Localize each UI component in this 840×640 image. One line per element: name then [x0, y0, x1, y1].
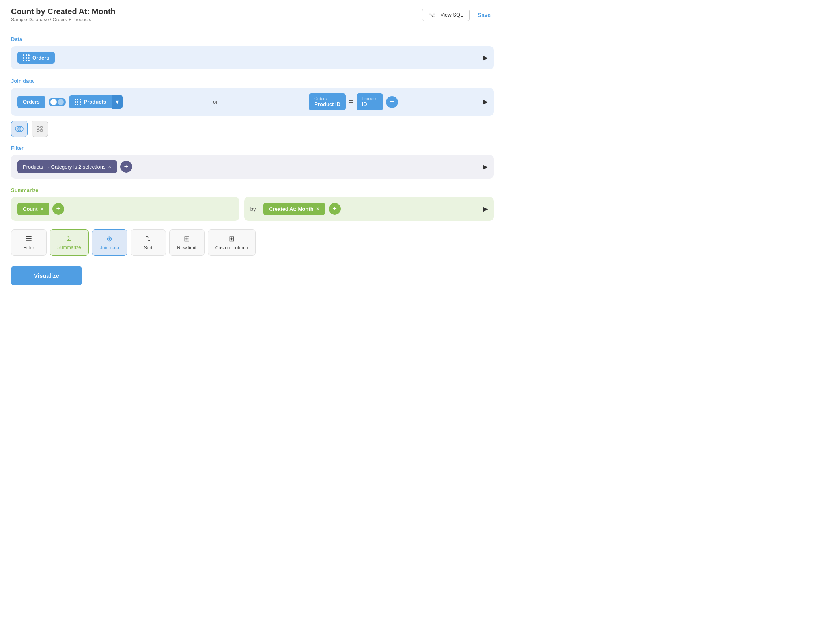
summarize-icon: Σ — [67, 234, 71, 243]
view-sql-button[interactable]: ⌥_ View SQL — [422, 9, 470, 21]
terminal-icon: ⌥_ — [429, 12, 438, 18]
summarize-right: by Created At: Month × + ▶ — [244, 197, 494, 221]
products-chip: Products ▾ — [69, 95, 123, 109]
header-left: Count by Created At: Month Sample Databa… — [11, 7, 116, 22]
row-limit-icon: ⊞ — [184, 234, 190, 243]
join-icon: ⊕ — [106, 234, 112, 243]
summarize-section-label: Summarize — [11, 187, 494, 193]
filter-icon: ☰ — [26, 234, 32, 243]
filter-chips: Products → Category is 2 selections × + — [17, 160, 132, 173]
join-row: Orders Products ▾ — [11, 88, 494, 116]
add-condition-button[interactable]: + — [386, 96, 398, 108]
summarize-section: Summarize Count × + by Created At: Month… — [11, 187, 494, 221]
metric-label: Count — [23, 206, 38, 212]
toolbar-row-limit-button[interactable]: ⊞ Row limit — [169, 229, 205, 256]
join-condition: Orders Product ID = Products ID + — [309, 93, 398, 110]
toolbar: ☰ Filter Σ Summarize ⊕ Join data ⇅ Sort … — [11, 229, 494, 256]
summarize-by: by Created At: Month × + — [250, 203, 341, 215]
summarize-arrow-icon: ▶ — [483, 205, 487, 213]
grid-icon — [23, 54, 30, 61]
sort-icon: ⇅ — [145, 234, 151, 243]
filter-section-label: Filter — [11, 145, 494, 151]
filter-chip-remove-0[interactable]: × — [108, 164, 112, 170]
data-row: Orders ▶ — [11, 46, 494, 69]
data-arrow-icon: ▶ — [483, 54, 487, 61]
main-content: Data Orders ▶ Join data Orders — [0, 28, 505, 293]
join-left-label: Orders — [314, 97, 340, 101]
join-right-condition[interactable]: Products ID — [357, 93, 383, 110]
toolbar-filter-button[interactable]: ☰ Filter — [11, 229, 47, 256]
filter-chip-text-0: Products → Category is 2 selections — [23, 164, 106, 170]
join-right-value: ID — [362, 101, 367, 107]
join-type-custom-button[interactable] — [32, 121, 48, 137]
data-section-label: Data — [11, 36, 494, 42]
save-button[interactable]: Save — [474, 9, 494, 21]
filter-chip-0[interactable]: Products → Category is 2 selections × — [17, 160, 117, 173]
add-dimension-button[interactable]: + — [329, 203, 341, 215]
filter-row: Products → Category is 2 selections × + … — [11, 155, 494, 179]
toolbar-join-data-button[interactable]: ⊕ Join data — [92, 229, 127, 256]
metric-remove-button[interactable]: × — [41, 206, 44, 212]
inner-join-icon — [15, 125, 24, 133]
custom-column-icon: ⊞ — [229, 234, 235, 243]
chevron-down-icon: ▾ — [116, 98, 119, 106]
toolbar-sort-button[interactable]: ⇅ Sort — [131, 229, 166, 256]
orders-table-chip[interactable]: Orders — [17, 52, 55, 64]
on-label: on — [213, 99, 218, 105]
page-title: Count by Created At: Month — [11, 7, 116, 16]
header: Count by Created At: Month Sample Databa… — [0, 0, 505, 28]
add-filter-button[interactable]: + — [120, 161, 132, 173]
data-section: Data Orders ▶ — [11, 36, 494, 69]
join-type-row — [11, 121, 494, 137]
visualize-button[interactable]: Visualize — [11, 266, 82, 285]
join-type-toggle[interactable] — [49, 98, 66, 106]
toggle-left-circle — [50, 99, 57, 105]
summarize-left: Count × + — [11, 197, 239, 221]
breadcrumb: Sample Database / Orders + Products — [11, 17, 116, 22]
filter-arrow-icon: ▶ — [483, 163, 487, 171]
svg-point-4 — [37, 129, 39, 132]
custom-join-icon — [35, 125, 44, 133]
join-left: Orders Products ▾ — [17, 95, 123, 109]
products-chip-inner[interactable]: Products — [69, 95, 112, 108]
toggle-right-circle — [58, 99, 64, 105]
add-metric-button[interactable]: + — [52, 203, 64, 215]
header-right: ⌥_ View SQL Save — [422, 9, 494, 21]
join-right-label: Products — [362, 97, 377, 101]
svg-point-3 — [40, 126, 43, 128]
join-left-condition[interactable]: Orders Product ID — [309, 93, 346, 110]
dimension-chip[interactable]: Created At: Month × — [263, 203, 325, 215]
svg-point-2 — [37, 126, 39, 128]
dimension-label: Created At: Month — [269, 206, 313, 212]
metric-chip[interactable]: Count × — [17, 203, 49, 215]
toolbar-summarize-button[interactable]: Σ Summarize — [50, 229, 89, 256]
products-grid-icon — [75, 99, 81, 105]
dimension-remove-button[interactable]: × — [316, 206, 319, 212]
join-section: Join data Orders Products — [11, 78, 494, 137]
filter-section: Filter Products → Category is 2 selectio… — [11, 145, 494, 179]
join-orders-button[interactable]: Orders — [17, 96, 45, 108]
svg-point-5 — [40, 129, 43, 132]
products-dropdown-button[interactable]: ▾ — [112, 95, 123, 109]
join-type-inner-button[interactable] — [11, 121, 28, 137]
summarize-row: Count × + by Created At: Month × + ▶ — [11, 197, 494, 221]
join-left-value: Product ID — [314, 101, 340, 107]
equals-icon: = — [349, 98, 353, 106]
join-arrow-icon: ▶ — [483, 98, 487, 106]
toolbar-custom-column-button[interactable]: ⊞ Custom column — [208, 229, 256, 256]
join-section-label: Join data — [11, 78, 494, 84]
by-label: by — [250, 206, 256, 212]
